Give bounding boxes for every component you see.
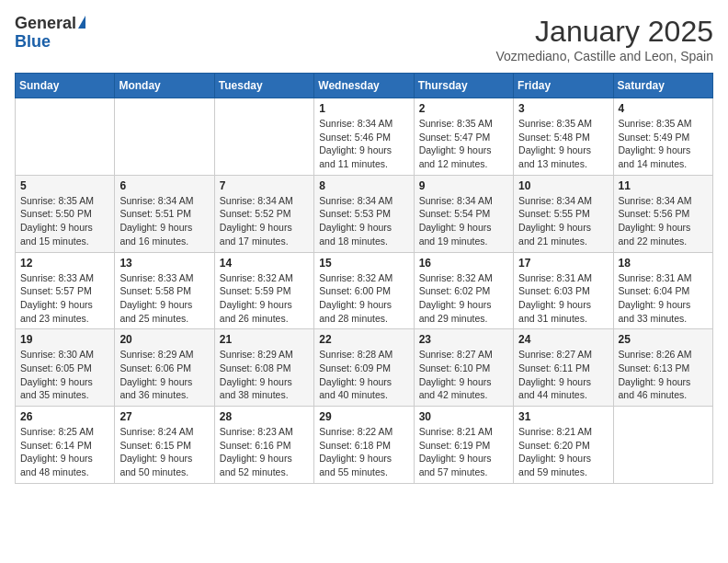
day-info: Sunrise: 8:28 AMSunset: 6:09 PMDaylight:… bbox=[319, 348, 408, 402]
calendar-week-row: 19Sunrise: 8:30 AMSunset: 6:05 PMDayligh… bbox=[16, 329, 713, 407]
page-header: General Blue January 2025 Vozmediano, Ca… bbox=[15, 15, 713, 63]
day-info: Sunrise: 8:21 AMSunset: 6:20 PMDaylight:… bbox=[518, 425, 608, 479]
calendar-day-cell: 5Sunrise: 8:35 AMSunset: 5:50 PMDaylight… bbox=[16, 175, 115, 252]
day-info: Sunrise: 8:24 AMSunset: 6:15 PMDaylight:… bbox=[119, 425, 209, 479]
day-info: Sunrise: 8:26 AMSunset: 6:13 PMDaylight:… bbox=[619, 348, 708, 402]
calendar-day-cell: 2Sunrise: 8:35 AMSunset: 5:47 PMDaylight… bbox=[414, 98, 513, 176]
day-info: Sunrise: 8:34 AMSunset: 5:54 PMDaylight:… bbox=[419, 194, 508, 248]
title-block: January 2025 Vozmediano, Castille and Le… bbox=[495, 15, 713, 63]
calendar-day-cell: 23Sunrise: 8:27 AMSunset: 6:10 PMDayligh… bbox=[414, 329, 513, 407]
day-number: 6 bbox=[119, 179, 209, 192]
day-info: Sunrise: 8:32 AMSunset: 6:02 PMDaylight:… bbox=[419, 271, 508, 326]
day-info: Sunrise: 8:34 AMSunset: 5:56 PMDaylight:… bbox=[619, 194, 708, 248]
calendar-day-cell: 25Sunrise: 8:26 AMSunset: 6:13 PMDayligh… bbox=[613, 329, 712, 407]
day-info: Sunrise: 8:35 AMSunset: 5:50 PMDaylight:… bbox=[20, 194, 109, 248]
day-number: 15 bbox=[319, 257, 408, 270]
calendar-day-cell: 28Sunrise: 8:23 AMSunset: 6:16 PMDayligh… bbox=[214, 407, 313, 484]
calendar-day-cell: 4Sunrise: 8:35 AMSunset: 5:49 PMDaylight… bbox=[613, 98, 712, 176]
day-info: Sunrise: 8:29 AMSunset: 6:08 PMDaylight:… bbox=[220, 348, 309, 402]
calendar-day-cell: 8Sunrise: 8:34 AMSunset: 5:53 PMDaylight… bbox=[314, 175, 414, 252]
weekday-header: Thursday bbox=[414, 74, 513, 98]
day-number: 10 bbox=[518, 179, 608, 192]
day-number: 1 bbox=[319, 102, 408, 115]
day-info: Sunrise: 8:34 AMSunset: 5:55 PMDaylight:… bbox=[518, 194, 608, 248]
day-number: 5 bbox=[20, 179, 109, 192]
day-number: 16 bbox=[419, 257, 508, 270]
day-number: 20 bbox=[119, 333, 209, 346]
logo-triangle-icon bbox=[78, 16, 85, 29]
calendar-day-cell: 6Sunrise: 8:34 AMSunset: 5:51 PMDaylight… bbox=[115, 175, 214, 252]
calendar-day-cell: 30Sunrise: 8:21 AMSunset: 6:19 PMDayligh… bbox=[414, 407, 513, 484]
calendar-day-cell: 19Sunrise: 8:30 AMSunset: 6:05 PMDayligh… bbox=[16, 329, 115, 407]
day-info: Sunrise: 8:34 AMSunset: 5:51 PMDaylight:… bbox=[119, 194, 209, 248]
calendar-day-cell: 29Sunrise: 8:22 AMSunset: 6:18 PMDayligh… bbox=[314, 407, 414, 484]
calendar-day-cell: 16Sunrise: 8:32 AMSunset: 6:02 PMDayligh… bbox=[414, 252, 513, 329]
day-info: Sunrise: 8:32 AMSunset: 5:59 PMDaylight:… bbox=[220, 271, 309, 326]
day-number: 12 bbox=[20, 257, 109, 270]
day-info: Sunrise: 8:34 AMSunset: 5:46 PMDaylight:… bbox=[319, 117, 408, 171]
calendar-day-cell: 31Sunrise: 8:21 AMSunset: 6:20 PMDayligh… bbox=[514, 407, 613, 484]
day-number: 24 bbox=[518, 333, 608, 346]
day-number: 17 bbox=[518, 257, 608, 270]
day-number: 8 bbox=[319, 179, 408, 192]
calendar-day-cell: 3Sunrise: 8:35 AMSunset: 5:48 PMDaylight… bbox=[514, 98, 613, 176]
day-number: 28 bbox=[220, 410, 309, 423]
day-info: Sunrise: 8:33 AMSunset: 5:57 PMDaylight:… bbox=[20, 271, 109, 326]
day-info: Sunrise: 8:23 AMSunset: 6:16 PMDaylight:… bbox=[220, 425, 309, 479]
logo: General Blue bbox=[15, 15, 85, 52]
day-number: 9 bbox=[419, 179, 508, 192]
calendar-day-cell: 15Sunrise: 8:32 AMSunset: 6:00 PMDayligh… bbox=[314, 252, 414, 329]
day-number: 22 bbox=[319, 333, 408, 346]
day-number: 2 bbox=[419, 102, 508, 115]
day-info: Sunrise: 8:27 AMSunset: 6:10 PMDaylight:… bbox=[419, 348, 508, 402]
calendar-day-cell bbox=[214, 98, 313, 176]
calendar-day-cell: 21Sunrise: 8:29 AMSunset: 6:08 PMDayligh… bbox=[214, 329, 313, 407]
day-info: Sunrise: 8:35 AMSunset: 5:48 PMDaylight:… bbox=[518, 117, 608, 171]
weekday-header: Friday bbox=[514, 74, 613, 98]
weekday-header: Wednesday bbox=[314, 74, 414, 98]
weekday-header: Tuesday bbox=[214, 74, 313, 98]
day-number: 21 bbox=[220, 333, 309, 346]
day-info: Sunrise: 8:31 AMSunset: 6:04 PMDaylight:… bbox=[619, 271, 708, 326]
day-number: 25 bbox=[619, 333, 708, 346]
calendar-week-row: 12Sunrise: 8:33 AMSunset: 5:57 PMDayligh… bbox=[16, 252, 713, 329]
day-number: 19 bbox=[20, 333, 109, 346]
calendar-day-cell bbox=[613, 407, 712, 484]
logo-blue: Blue bbox=[15, 32, 51, 51]
day-info: Sunrise: 8:32 AMSunset: 6:00 PMDaylight:… bbox=[319, 271, 408, 326]
day-info: Sunrise: 8:34 AMSunset: 5:53 PMDaylight:… bbox=[319, 194, 408, 248]
day-info: Sunrise: 8:30 AMSunset: 6:05 PMDaylight:… bbox=[20, 348, 109, 402]
day-number: 30 bbox=[419, 410, 508, 423]
day-info: Sunrise: 8:29 AMSunset: 6:06 PMDaylight:… bbox=[119, 348, 209, 402]
day-number: 11 bbox=[619, 179, 708, 192]
calendar-day-cell: 27Sunrise: 8:24 AMSunset: 6:15 PMDayligh… bbox=[115, 407, 214, 484]
weekday-header: Monday bbox=[115, 74, 214, 98]
day-info: Sunrise: 8:31 AMSunset: 6:03 PMDaylight:… bbox=[518, 271, 608, 326]
day-number: 23 bbox=[419, 333, 508, 346]
calendar-day-cell: 14Sunrise: 8:32 AMSunset: 5:59 PMDayligh… bbox=[214, 252, 313, 329]
day-number: 27 bbox=[119, 410, 209, 423]
day-info: Sunrise: 8:34 AMSunset: 5:52 PMDaylight:… bbox=[220, 194, 309, 248]
calendar-day-cell: 12Sunrise: 8:33 AMSunset: 5:57 PMDayligh… bbox=[16, 252, 115, 329]
weekday-header: Sunday bbox=[16, 74, 115, 98]
calendar-day-cell: 13Sunrise: 8:33 AMSunset: 5:58 PMDayligh… bbox=[115, 252, 214, 329]
logo-general: General bbox=[15, 15, 76, 33]
day-number: 13 bbox=[119, 257, 209, 270]
day-number: 7 bbox=[220, 179, 309, 192]
day-info: Sunrise: 8:35 AMSunset: 5:49 PMDaylight:… bbox=[619, 117, 708, 171]
day-number: 14 bbox=[220, 257, 309, 270]
calendar-day-cell: 1Sunrise: 8:34 AMSunset: 5:46 PMDaylight… bbox=[314, 98, 414, 176]
day-info: Sunrise: 8:35 AMSunset: 5:47 PMDaylight:… bbox=[419, 117, 508, 171]
calendar-day-cell bbox=[115, 98, 214, 176]
day-info: Sunrise: 8:27 AMSunset: 6:11 PMDaylight:… bbox=[518, 348, 608, 402]
day-number: 3 bbox=[518, 102, 608, 115]
day-info: Sunrise: 8:21 AMSunset: 6:19 PMDaylight:… bbox=[419, 425, 508, 479]
day-info: Sunrise: 8:33 AMSunset: 5:58 PMDaylight:… bbox=[119, 271, 209, 326]
location-subtitle: Vozmediano, Castille and Leon, Spain bbox=[495, 49, 713, 63]
calendar-day-cell: 24Sunrise: 8:27 AMSunset: 6:11 PMDayligh… bbox=[514, 329, 613, 407]
calendar-day-cell: 18Sunrise: 8:31 AMSunset: 6:04 PMDayligh… bbox=[613, 252, 712, 329]
calendar-week-row: 5Sunrise: 8:35 AMSunset: 5:50 PMDaylight… bbox=[16, 175, 713, 252]
day-info: Sunrise: 8:22 AMSunset: 6:18 PMDaylight:… bbox=[319, 425, 408, 479]
weekday-header-row: SundayMondayTuesdayWednesdayThursdayFrid… bbox=[16, 74, 713, 98]
calendar-table: SundayMondayTuesdayWednesdayThursdayFrid… bbox=[15, 73, 713, 484]
